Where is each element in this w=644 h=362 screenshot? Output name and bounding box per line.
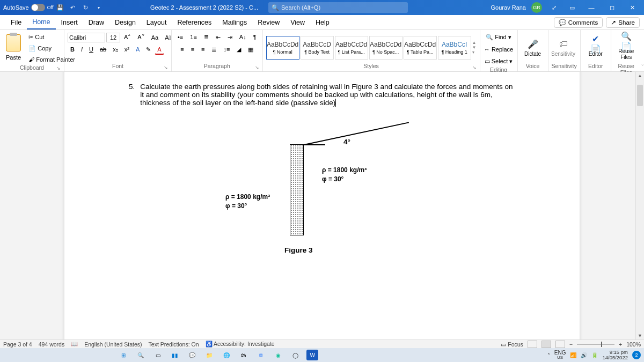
clock[interactable]: 9:15 pm 14/05/2022 <box>602 350 628 360</box>
wifi-icon[interactable]: 📶 <box>570 352 576 358</box>
volume-icon[interactable]: 🔊 <box>581 352 587 358</box>
italic-button[interactable]: I <box>78 45 85 55</box>
change-case-button[interactable]: Aa <box>149 33 161 42</box>
align-left-button[interactable]: ≡ <box>178 45 186 55</box>
style-heading1[interactable]: AaBbCcI¶ Heading 1 <box>438 36 471 60</box>
chrome-icon[interactable]: ◯ <box>289 350 301 360</box>
collapse-ribbon-button[interactable]: ˇ <box>641 64 644 71</box>
word-count[interactable]: 494 words <box>39 341 64 348</box>
tab-review[interactable]: Review <box>252 15 285 29</box>
search-input[interactable]: 🔍 Search (Alt+Q) <box>268 2 408 13</box>
zoom-slider[interactable] <box>577 344 614 345</box>
style-list-para[interactable]: AaBbCcDd¶ List Para... <box>335 36 368 60</box>
scroll-thumb[interactable] <box>637 85 643 106</box>
tab-mailings[interactable]: Mailings <box>217 15 252 29</box>
widgets-icon[interactable]: ▮▮ <box>169 350 181 360</box>
web-layout-button[interactable] <box>555 341 565 348</box>
focus-mode-button[interactable]: ▭ Focus <box>501 341 523 348</box>
page-indicator[interactable]: Page 3 of 4 <box>3 341 32 348</box>
store-icon[interactable]: 🛍 <box>238 350 250 360</box>
taskbar-search-icon[interactable]: 🔍 <box>135 350 147 360</box>
font-size-select[interactable] <box>106 33 120 42</box>
maximize-button[interactable]: ◻ <box>604 4 619 11</box>
strike-button[interactable]: ab <box>97 45 109 55</box>
tab-references[interactable]: References <box>172 15 217 29</box>
zoom-level[interactable]: 100% <box>626 341 641 348</box>
tab-home[interactable]: Home <box>27 15 55 29</box>
editor-button[interactable]: ✔📄Editor <box>584 38 608 57</box>
style-normal[interactable]: AaBbCcDd¶ Normal <box>266 36 299 60</box>
app-mode-icon[interactable]: ▭ <box>568 4 576 11</box>
tab-file[interactable]: File <box>5 15 27 29</box>
tab-view[interactable]: View <box>285 15 310 29</box>
dropbox-icon[interactable]: ⧈ <box>255 350 267 360</box>
select-button[interactable]: ▭ Select ▾ <box>482 56 516 67</box>
borders-button[interactable]: ▦ <box>245 45 256 55</box>
vertical-scrollbar[interactable]: ▲ ▼ <box>635 72 644 339</box>
zoom-in-button[interactable]: + <box>619 341 622 348</box>
tab-design[interactable]: Design <box>109 15 141 29</box>
tab-draw[interactable]: Draw <box>83 15 109 29</box>
tab-help[interactable]: Help <box>310 15 335 29</box>
scroll-down-icon[interactable]: ▼ <box>636 332 644 339</box>
dictate-button[interactable]: 🎤Dictate <box>521 38 545 57</box>
text-effects-button[interactable]: A <box>133 45 142 55</box>
user-avatar[interactable]: GR <box>531 2 542 13</box>
sort-button[interactable]: A↓ <box>237 32 249 42</box>
shading-button[interactable]: ◢ <box>234 45 244 55</box>
print-layout-button[interactable] <box>541 341 551 348</box>
scroll-up-icon[interactable]: ▲ <box>636 72 644 79</box>
text-predictions-indicator[interactable]: Text Predictions: On <box>149 341 199 348</box>
comments-button[interactable]: 💬Comments <box>554 17 603 28</box>
bullets-button[interactable]: •≡ <box>175 32 186 42</box>
styles-more-button[interactable]: ▲▼▾ <box>472 40 477 55</box>
dialog-launcher-icon[interactable]: ↘ <box>56 65 61 71</box>
save-icon[interactable]: 💾 <box>56 4 64 11</box>
accessibility-indicator[interactable]: ♿ Accessibility: Investigate <box>206 341 275 348</box>
subscript-button[interactable]: x₂ <box>110 45 121 55</box>
paste-button[interactable]: Paste <box>3 53 24 62</box>
multilevel-button[interactable]: ≣ <box>201 32 211 42</box>
style-no-spacing[interactable]: AaBbCcDd¶ No Spac... <box>369 36 402 60</box>
task-view-icon[interactable]: ▭ <box>152 350 164 360</box>
grammarly-icon[interactable]: ◉ <box>272 350 284 360</box>
document-area[interactable]: 5. Calculate the earth pressures along b… <box>0 72 635 339</box>
qat-more-icon[interactable]: ▾ <box>94 5 103 10</box>
style-body-text[interactable]: AaBbCcD¶ Body Text <box>301 36 334 60</box>
undo-icon[interactable]: ↶ <box>69 4 77 11</box>
sensitivity-button[interactable]: 🏷Sensitivity <box>552 38 575 57</box>
superscript-button[interactable]: x² <box>122 45 132 55</box>
numbering-button[interactable]: 1≡ <box>187 32 200 42</box>
align-center-button[interactable]: ≡ <box>188 45 197 55</box>
style-table-para[interactable]: AaBbCcDd¶ Table Pa... <box>404 36 437 60</box>
explorer-icon[interactable]: 📁 <box>203 350 215 360</box>
edge-icon[interactable]: 🌐 <box>221 350 232 360</box>
find-button[interactable]: 🔍 Find ▾ <box>483 32 514 42</box>
minimize-button[interactable]: — <box>584 4 599 11</box>
tab-layout[interactable]: Layout <box>141 15 172 29</box>
share-button[interactable]: ↗Share <box>606 17 640 28</box>
show-marks-button[interactable]: ¶ <box>251 32 259 42</box>
chat-icon[interactable]: 💬 <box>186 350 198 360</box>
grow-font-button[interactable]: A˄ <box>121 32 134 42</box>
zoom-out-button[interactable]: − <box>569 341 573 348</box>
start-button[interactable]: ⊞ <box>118 350 129 360</box>
redo-icon[interactable]: ↻ <box>82 4 90 11</box>
underline-button[interactable]: U <box>86 45 96 55</box>
align-right-button[interactable]: ≡ <box>199 45 207 55</box>
reuse-files-button[interactable]: 🔍📄Reuse Files <box>614 35 638 60</box>
ribbon-display-icon[interactable]: ⤢ <box>550 4 558 11</box>
document-title[interactable]: Geotec 2 - Assessment 2 (2022 S2) - C... <box>150 4 258 11</box>
paste-icon[interactable] <box>6 34 21 51</box>
spell-check-icon[interactable]: 📖 <box>71 341 78 348</box>
outdent-button[interactable]: ⇤ <box>213 32 223 42</box>
dialog-launcher-icon[interactable]: ↘ <box>164 65 168 70</box>
notifications-button[interactable]: 2 <box>632 351 641 359</box>
replace-button[interactable]: ↔ Replace <box>481 45 516 54</box>
dialog-launcher-icon[interactable]: ↘ <box>255 65 259 70</box>
line-spacing-button[interactable]: ↕≡ <box>221 45 232 55</box>
font-name-select[interactable] <box>68 33 105 42</box>
bold-button[interactable]: B <box>68 45 77 55</box>
tray-overflow-icon[interactable]: ˄ <box>547 352 550 358</box>
highlight-button[interactable]: ✎ <box>143 45 153 55</box>
